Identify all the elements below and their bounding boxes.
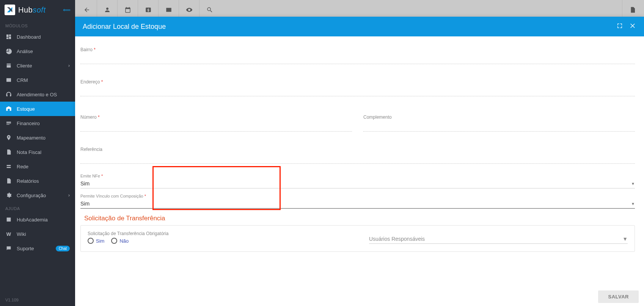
modal-header: Adicionar Local de Estoque xyxy=(75,17,644,36)
play-icon xyxy=(5,216,12,223)
input-referencia[interactable] xyxy=(80,153,635,164)
label-bairro: Bairro * xyxy=(80,47,635,52)
label-numero: Número * xyxy=(80,115,352,120)
section-modulos: MÓDULOS xyxy=(0,20,75,30)
sidebar-collapse-icon[interactable]: ⟸ xyxy=(63,7,71,13)
finance-icon xyxy=(5,120,12,127)
wiki-icon: W xyxy=(5,231,12,237)
radio-sim[interactable]: Sim xyxy=(88,238,104,244)
sidebar-item-mapeamento[interactable]: Mapeamento xyxy=(0,130,75,145)
label-emite-nfe: Emite NFe * xyxy=(80,174,635,178)
sidebar-item-label: HubAcademia xyxy=(17,217,48,223)
sidebar-item-rede[interactable]: Rede xyxy=(0,159,75,174)
modal: Adicionar Local de Estoque Bairro * Ende… xyxy=(75,17,644,306)
sidebar-item-label: Atendimento e OS xyxy=(17,92,57,97)
caret-down-icon: ▼ xyxy=(631,182,635,186)
input-endereco[interactable] xyxy=(80,85,635,96)
section-ajuda: AJUDA xyxy=(0,202,75,212)
sidebar-item-cliente[interactable]: Cliente› xyxy=(0,58,75,73)
sidebar-item-label: Nota Fiscal xyxy=(17,149,41,155)
sidebar-item-hubacademia[interactable]: HubAcademia xyxy=(0,212,75,227)
modal-body[interactable]: Bairro * Endereço * Número * Complemento… xyxy=(75,36,644,287)
radio-nao[interactable]: Não xyxy=(111,238,129,244)
sidebar-item-label: Dashboard xyxy=(17,34,41,40)
field-endereco: Endereço * xyxy=(80,79,635,96)
dashboard-icon xyxy=(5,33,12,40)
sidebar-item-label: Estoque xyxy=(17,106,35,112)
field-numero: Número * xyxy=(80,115,352,132)
sidebar-item-label: Rede xyxy=(17,164,28,169)
client-icon xyxy=(5,62,12,69)
chat-icon xyxy=(5,245,12,252)
radio-circle-icon xyxy=(88,238,94,244)
chevron-right-icon: › xyxy=(68,193,70,198)
sidebar-item-nota-fiscal[interactable]: Nota Fiscal xyxy=(0,145,75,159)
label-transfer-obrig: Solicitação de Transferência Obrigatória xyxy=(88,231,346,236)
app-version: V1.109 xyxy=(0,294,75,306)
input-numero[interactable] xyxy=(80,121,352,132)
fullscreen-icon[interactable] xyxy=(617,23,623,30)
sidebar-item-label: CRM xyxy=(17,77,28,83)
section-transfer-box: Solicitação de Transferência Obrigatória… xyxy=(80,225,635,252)
sidebar-item-financeiro[interactable]: Financeiro xyxy=(0,116,75,130)
brand-logo: Hubsoft ⟸ xyxy=(0,0,75,20)
modal-footer: SALVAR xyxy=(75,287,644,306)
sidebar-item-label: Análise xyxy=(17,49,33,54)
sidebar-item-label: Configuração xyxy=(17,193,46,198)
chat-badge: Chat xyxy=(56,246,70,251)
sidebar-item-configuracao[interactable]: Configuração› xyxy=(0,188,75,202)
input-complemento[interactable] xyxy=(363,121,635,132)
field-referencia: Referência xyxy=(80,147,635,164)
sidebar-item-estoque[interactable]: Estoque xyxy=(0,102,75,116)
field-bairro: Bairro * xyxy=(80,47,635,64)
logo-mark-icon xyxy=(5,5,15,15)
chevron-right-icon: › xyxy=(68,63,70,68)
network-icon xyxy=(5,163,12,170)
sidebar-item-crm[interactable]: CRM xyxy=(0,73,75,87)
inventory-icon xyxy=(5,105,12,112)
modal-title: Adicionar Local de Estoque xyxy=(83,23,166,31)
sidebar-item-suporte[interactable]: SuporteChat xyxy=(0,241,75,256)
map-icon xyxy=(5,134,12,141)
sidebar-item-wiki[interactable]: WWiki xyxy=(0,227,75,241)
label-permite-vinculo: Permite Vínculo com Composição * xyxy=(80,194,635,198)
sidebar: Hubsoft ⟸ MÓDULOS Dashboard Análise Clie… xyxy=(0,0,75,306)
sidebar-item-label: Financeiro xyxy=(17,121,40,126)
sidebar-item-label: Mapeamento xyxy=(17,135,46,141)
gear-icon xyxy=(5,192,12,199)
select-permite-vinculo[interactable]: Sim▼ xyxy=(80,199,635,209)
caret-down-icon: ▼ xyxy=(622,236,628,242)
label-endereco: Endereço * xyxy=(80,79,635,85)
sidebar-item-label: Relatórios xyxy=(17,178,39,184)
analytics-icon xyxy=(5,48,12,55)
logo-text: Hubsoft xyxy=(18,6,46,14)
select-usuarios-responsaveis[interactable]: Usuários Responsáveis▼ xyxy=(369,234,628,244)
input-bairro[interactable] xyxy=(80,53,635,64)
reports-icon xyxy=(5,177,12,184)
sidebar-item-analise[interactable]: Análise xyxy=(0,44,75,58)
radio-circle-icon xyxy=(111,238,117,244)
save-button[interactable]: SALVAR xyxy=(598,290,639,303)
caret-down-icon: ▼ xyxy=(631,202,635,206)
field-emite-nfe: Emite NFe * Sim▼ xyxy=(80,174,635,188)
field-permite-vinculo: Permite Vínculo com Composição * Sim▼ xyxy=(80,194,635,209)
crm-icon xyxy=(5,77,12,83)
label-referencia: Referência xyxy=(80,147,635,152)
label-complemento: Complemento xyxy=(363,115,635,120)
main: Status Adicionar Local de Estoque Bairro… xyxy=(75,0,644,306)
invoice-icon xyxy=(5,149,12,155)
sidebar-item-dashboard[interactable]: Dashboard xyxy=(0,30,75,44)
radio-group-transfer: Sim Não xyxy=(88,238,346,244)
sidebar-item-label: Wiki xyxy=(17,231,26,237)
sidebar-item-atendimento[interactable]: Atendimento e OS xyxy=(0,87,75,102)
close-icon[interactable] xyxy=(630,22,636,31)
support-icon xyxy=(5,91,12,98)
sidebar-item-label: Suporte xyxy=(17,246,34,251)
sidebar-item-label: Cliente xyxy=(17,63,32,69)
sidebar-item-relatorios[interactable]: Relatórios xyxy=(0,174,75,188)
section-transfer-title: Solicitação de Transferência xyxy=(84,215,635,222)
select-emite-nfe[interactable]: Sim▼ xyxy=(80,179,635,188)
field-complemento: Complemento xyxy=(363,115,635,132)
